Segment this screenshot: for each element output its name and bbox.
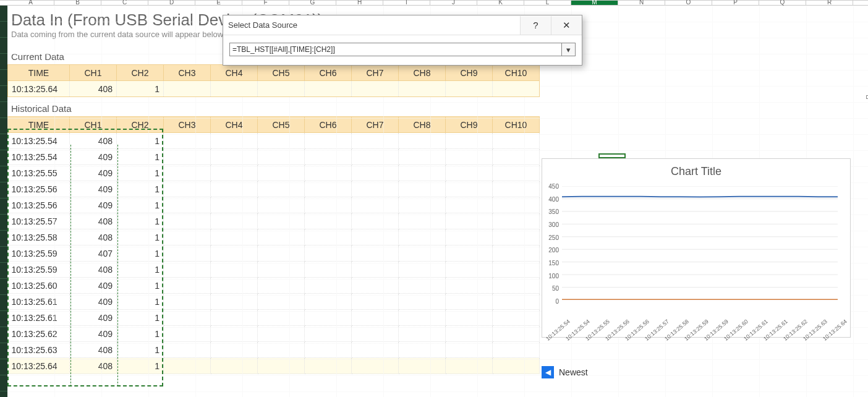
cell[interactable] (493, 133, 540, 149)
col-header[interactable]: F (242, 1, 289, 5)
cell[interactable] (211, 197, 258, 213)
column-header[interactable]: CH8 (399, 117, 446, 133)
column-header[interactable]: CH7 (352, 117, 399, 133)
cell[interactable]: 10:13:25.54 (8, 149, 70, 165)
column-header[interactable]: CH8 (399, 65, 446, 81)
cell[interactable]: 1 (117, 197, 164, 213)
column-header[interactable]: CH7 (352, 65, 399, 81)
cell[interactable] (211, 262, 258, 278)
cell[interactable] (211, 229, 258, 245)
cell[interactable] (305, 81, 352, 97)
cell[interactable] (164, 81, 211, 97)
cell[interactable] (211, 165, 258, 181)
table-row[interactable]: 10:13:25.624091 (8, 326, 540, 342)
cell[interactable] (258, 229, 305, 245)
cell[interactable] (493, 165, 540, 181)
cell[interactable] (305, 149, 352, 165)
cell[interactable] (164, 229, 211, 245)
cell[interactable]: 10:13:25.60 (8, 278, 70, 294)
cell[interactable]: 408 (70, 229, 117, 245)
cell[interactable]: 409 (70, 149, 117, 165)
cell[interactable]: 1 (117, 181, 164, 197)
cell[interactable]: 1 (117, 229, 164, 245)
cell[interactable] (305, 133, 352, 149)
cell[interactable] (352, 213, 399, 229)
cell[interactable]: 10:13:25.56 (8, 197, 70, 213)
cell[interactable] (258, 358, 305, 374)
cell[interactable] (211, 342, 258, 358)
cell[interactable] (493, 197, 540, 213)
chart[interactable]: Chart Title 050100150200250300350400450 … (542, 158, 851, 338)
cell[interactable] (352, 181, 399, 197)
cell[interactable]: 1 (117, 342, 164, 358)
cell[interactable]: 1 (117, 326, 164, 342)
cell[interactable] (164, 326, 211, 342)
cell[interactable]: 408 (70, 358, 117, 374)
column-header[interactable]: CH4 (211, 117, 258, 133)
cell[interactable] (493, 149, 540, 165)
cell[interactable] (399, 245, 446, 262)
column-header[interactable]: CH4 (211, 65, 258, 81)
cell[interactable] (164, 181, 211, 197)
cell[interactable] (352, 197, 399, 213)
cell[interactable]: 409 (70, 310, 117, 326)
cell[interactable] (446, 213, 493, 229)
cell[interactable] (305, 310, 352, 326)
cell[interactable] (352, 229, 399, 245)
cell[interactable] (164, 245, 211, 262)
table-row[interactable]: 10:13:25.554091 (8, 165, 540, 181)
cell[interactable] (164, 133, 211, 149)
cell[interactable] (164, 294, 211, 310)
cell[interactable]: 1 (117, 149, 164, 165)
cell[interactable] (446, 181, 493, 197)
cell[interactable] (164, 278, 211, 294)
cell[interactable] (164, 213, 211, 229)
cell[interactable] (446, 310, 493, 326)
cell[interactable] (164, 358, 211, 374)
cell[interactable]: 10:13:25.57 (8, 213, 70, 229)
col-header[interactable]: L (524, 1, 571, 5)
col-header[interactable]: E (195, 1, 242, 5)
column-header[interactable]: CH10 (493, 65, 540, 81)
col-header[interactable]: I (383, 1, 430, 5)
cell[interactable] (352, 149, 399, 165)
cell[interactable] (258, 133, 305, 149)
cell[interactable] (493, 262, 540, 278)
cell[interactable] (493, 358, 540, 374)
table-row[interactable]: 10:13:25.634081 (8, 342, 540, 358)
col-header[interactable]: S (853, 1, 868, 5)
cell[interactable]: 1 (117, 262, 164, 278)
cell[interactable]: 10:13:25.55 (8, 165, 70, 181)
cell[interactable] (493, 229, 540, 245)
col-header[interactable]: B (54, 1, 101, 5)
cell[interactable] (399, 181, 446, 197)
cell[interactable] (352, 262, 399, 278)
col-header[interactable]: R (806, 1, 853, 5)
cell[interactable]: 1 (117, 165, 164, 181)
cell[interactable] (493, 81, 540, 97)
cell[interactable] (446, 262, 493, 278)
cell[interactable] (399, 342, 446, 358)
column-header[interactable]: TIME (8, 65, 70, 81)
cell[interactable]: 10:13:25.62 (8, 326, 70, 342)
cell[interactable] (305, 326, 352, 342)
cell[interactable]: 10:13:25.54 (8, 133, 70, 149)
cell[interactable] (399, 197, 446, 213)
cell[interactable] (305, 262, 352, 278)
cell[interactable]: 10:13:25.64 (8, 81, 70, 97)
cell[interactable] (352, 278, 399, 294)
cell[interactable] (399, 310, 446, 326)
col-header[interactable]: D (148, 1, 195, 5)
cell[interactable] (164, 197, 211, 213)
close-button[interactable]: ✕ (551, 16, 582, 35)
cell[interactable] (305, 181, 352, 197)
cell[interactable] (446, 358, 493, 374)
cell[interactable] (258, 342, 305, 358)
cell[interactable]: 409 (70, 181, 117, 197)
cell[interactable] (399, 213, 446, 229)
cell[interactable] (211, 310, 258, 326)
cell[interactable] (305, 294, 352, 310)
cell[interactable] (305, 245, 352, 262)
cell[interactable]: 10:13:25.56 (8, 181, 70, 197)
cell[interactable]: 10:13:25.59 (8, 262, 70, 278)
